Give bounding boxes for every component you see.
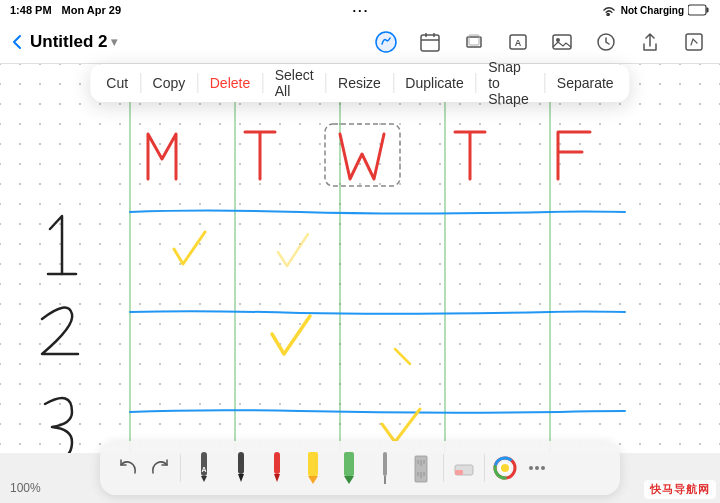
svg-point-49 xyxy=(501,464,509,472)
svg-rect-2 xyxy=(707,8,709,13)
duplicate-button[interactable]: Duplicate xyxy=(393,64,475,102)
stylus-tool[interactable] xyxy=(367,450,403,486)
svg-point-4 xyxy=(376,32,396,52)
battery-text: Not Charging xyxy=(621,5,684,16)
status-time: 1:48 PM xyxy=(10,4,52,16)
title-chevron-icon[interactable]: ▾ xyxy=(111,35,117,49)
svg-rect-26 xyxy=(238,452,244,474)
pencil-tool-icon[interactable] xyxy=(372,28,400,56)
svg-rect-13 xyxy=(553,35,571,49)
more-options-button[interactable] xyxy=(521,452,553,484)
delete-button[interactable]: Delete xyxy=(198,64,262,102)
zoom-level: 100% xyxy=(10,481,41,495)
svg-point-50 xyxy=(529,466,533,470)
separator-3 xyxy=(484,454,485,482)
svg-marker-24 xyxy=(201,476,207,482)
separator-1 xyxy=(180,454,181,482)
context-menu: Cut Copy Delete Select All Resize Duplic… xyxy=(90,64,629,102)
text-icon[interactable]: A xyxy=(504,28,532,56)
svg-rect-28 xyxy=(274,452,280,474)
separator-2 xyxy=(443,454,444,482)
battery-icon xyxy=(688,4,710,16)
canvas-area[interactable] xyxy=(0,64,720,453)
edit-icon[interactable] xyxy=(680,28,708,56)
snap-to-shape-button[interactable]: Snap to Shape xyxy=(476,64,544,102)
svg-marker-27 xyxy=(238,474,244,482)
copy-button[interactable]: Copy xyxy=(141,64,198,102)
svg-rect-5 xyxy=(421,35,439,51)
svg-rect-44 xyxy=(455,470,463,475)
undo-button[interactable] xyxy=(112,452,144,484)
image-icon[interactable] xyxy=(548,28,576,56)
svg-marker-31 xyxy=(308,476,318,484)
svg-rect-32 xyxy=(344,452,354,476)
title-bar-actions: A xyxy=(372,28,708,56)
document-title: Untitled 2 ▾ xyxy=(30,32,117,52)
thin-pen-tool[interactable] xyxy=(223,450,259,486)
ruler-tool[interactable] xyxy=(403,450,439,486)
drawing-canvas[interactable] xyxy=(0,64,720,453)
status-left: 1:48 PM Mon Apr 29 xyxy=(10,4,121,16)
color-wheel-button[interactable] xyxy=(489,452,521,484)
watermark: 快马导航网 xyxy=(644,480,716,499)
title-text: Untitled 2 xyxy=(30,32,107,52)
svg-text:A: A xyxy=(201,466,206,473)
status-date: Mon Apr 29 xyxy=(62,4,122,16)
red-pen-tool[interactable] xyxy=(259,450,295,486)
back-button[interactable] xyxy=(12,34,22,50)
status-bar: 1:48 PM Mon Apr 29 ··· Not Charging xyxy=(0,0,720,20)
pencil-a-tool[interactable]: A xyxy=(185,450,223,486)
select-all-button[interactable]: Select All xyxy=(263,64,326,102)
svg-rect-1 xyxy=(688,5,706,15)
svg-point-52 xyxy=(541,466,545,470)
svg-point-0 xyxy=(608,14,610,16)
svg-rect-16 xyxy=(686,34,702,50)
cut-button[interactable]: Cut xyxy=(94,64,140,102)
yellow-marker-tool[interactable] xyxy=(295,450,331,486)
calendar-icon[interactable] xyxy=(416,28,444,56)
restore-icon[interactable] xyxy=(592,28,620,56)
title-bar: Untitled 2 ▾ xyxy=(0,20,720,64)
svg-rect-30 xyxy=(308,452,318,476)
redo-button[interactable] xyxy=(144,452,176,484)
share-icon[interactable] xyxy=(636,28,664,56)
wifi-icon xyxy=(601,4,617,16)
layers-icon[interactable] xyxy=(460,28,488,56)
toolbar-bottom: A xyxy=(100,441,620,495)
svg-rect-34 xyxy=(383,452,387,476)
eraser-tool[interactable] xyxy=(448,452,480,484)
svg-marker-29 xyxy=(274,474,280,482)
resize-button[interactable]: Resize xyxy=(326,64,393,102)
svg-marker-33 xyxy=(344,476,354,484)
zoom-indicator: 100% xyxy=(10,481,41,495)
status-right: Not Charging xyxy=(601,4,710,16)
green-highlighter-tool[interactable] xyxy=(331,450,367,486)
svg-rect-36 xyxy=(415,456,427,482)
status-dots: ··· xyxy=(352,3,369,18)
svg-point-51 xyxy=(535,466,539,470)
separate-button[interactable]: Separate xyxy=(545,64,626,102)
svg-text:A: A xyxy=(515,38,522,48)
